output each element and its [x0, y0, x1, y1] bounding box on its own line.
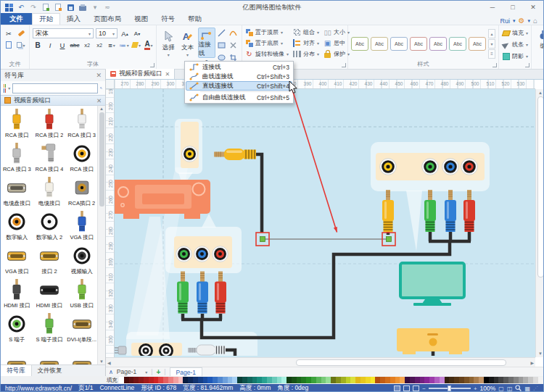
- palette-swatch[interactable]: [281, 377, 287, 383]
- italic-icon[interactable]: I: [45, 40, 55, 50]
- library-symbol[interactable]: RCA 接口: [65, 140, 98, 174]
- av-jack-blue[interactable]: [442, 159, 459, 175]
- send-to-back-button[interactable]: 置于底层▾: [245, 38, 289, 48]
- subscript-icon[interactable]: x2: [82, 40, 92, 50]
- component-jack-red[interactable]: [213, 246, 228, 262]
- palette-swatch[interactable]: [306, 377, 311, 383]
- library-symbol[interactable]: RCA 接口: [1, 106, 33, 140]
- more-icon[interactable]: ≂: [102, 3, 112, 12]
- palette-swatch[interactable]: [193, 377, 198, 383]
- library-category-icon[interactable]: [4, 84, 6, 93]
- palette-swatch[interactable]: [523, 377, 528, 383]
- delete-shape-icon[interactable]: [228, 40, 239, 50]
- palette-swatch[interactable]: [429, 377, 434, 383]
- vscroll-thumb[interactable]: [537, 96, 544, 278]
- style-scroll-down-icon[interactable]: ▾: [488, 39, 495, 49]
- rca-plug-blue-right[interactable]: [445, 190, 456, 232]
- underline-icon[interactable]: U: [57, 40, 67, 50]
- fill-button[interactable]: 填充▾: [502, 28, 528, 38]
- bullet-list-icon[interactable]: ≔▾: [119, 40, 129, 50]
- save-icon[interactable]: [65, 3, 75, 12]
- zoom-out-icon[interactable]: −: [422, 385, 426, 392]
- library-symbol[interactable]: [1, 344, 33, 364]
- palette-swatch[interactable]: [158, 377, 163, 383]
- av-jack-yellow[interactable]: [380, 159, 397, 175]
- style-card-4[interactable]: Abc: [410, 37, 427, 51]
- palette-swatch[interactable]: [449, 377, 454, 383]
- group-button[interactable]: 组合▾: [293, 28, 319, 37]
- fit-width-icon[interactable]: ◫: [507, 385, 513, 392]
- library-close-icon[interactable]: ✕: [96, 72, 102, 79]
- vscroll-down-icon[interactable]: ▼: [538, 351, 543, 356]
- style-dialog-launcher-icon[interactable]: [493, 63, 497, 67]
- palette-swatch[interactable]: [469, 377, 474, 383]
- menu-item-曲线连接线[interactable]: 曲线连接线Ctrl+Shift+3: [186, 72, 292, 81]
- palette-swatch[interactable]: [366, 377, 371, 383]
- shadow-button[interactable]: 阴影▾: [502, 51, 528, 61]
- palette-swatch[interactable]: [267, 377, 272, 383]
- library-symbol[interactable]: 电缆盘接口: [1, 174, 33, 208]
- export-file-icon[interactable]: [53, 3, 63, 12]
- palette-swatch[interactable]: [385, 377, 390, 383]
- add-page-button[interactable]: +: [157, 368, 161, 376]
- font-family-select[interactable]: 宋体▾: [33, 28, 94, 38]
- library-symbol[interactable]: HDMI 接口: [1, 276, 33, 310]
- ribbon-tab-插入[interactable]: 插入: [60, 13, 87, 25]
- palette-swatch[interactable]: [424, 377, 429, 383]
- hscroll-left-icon[interactable]: ◀: [107, 360, 111, 365]
- rotate-mirror-button[interactable]: ↻旋转和镜像▾: [245, 49, 289, 59]
- section-close-icon[interactable]: ✕: [96, 97, 102, 104]
- palette-swatch[interactable]: [144, 377, 149, 383]
- palette-swatch[interactable]: [440, 377, 445, 383]
- palette-swatch[interactable]: [154, 377, 159, 383]
- palette-swatch[interactable]: [390, 377, 395, 383]
- superscript-icon[interactable]: x2: [94, 40, 104, 50]
- connector-endpoint-left[interactable]: [260, 237, 265, 242]
- palette-swatch[interactable]: [503, 377, 508, 383]
- style-card-2[interactable]: Abc: [371, 37, 388, 51]
- size-button[interactable]: ▯▯大小▾: [323, 28, 350, 37]
- speaker-wire-plug[interactable]: [115, 346, 126, 354]
- palette-swatch[interactable]: [415, 377, 420, 383]
- style-card-6[interactable]: Abc: [449, 37, 466, 51]
- palette-swatch[interactable]: [464, 377, 469, 383]
- palette-swatch[interactable]: [533, 377, 538, 383]
- rca-plug-red-right[interactable]: [463, 190, 475, 232]
- account-caret-icon[interactable]: ▾: [513, 18, 516, 24]
- library-symbol[interactable]: RCA 接口 3: [1, 140, 33, 174]
- selected-connector[interactable]: [256, 233, 395, 246]
- hscroll-right-icon[interactable]: ▶: [530, 360, 534, 365]
- rca-plug-green-right[interactable]: [424, 190, 436, 232]
- library-symbol[interactable]: RCA插口 2: [65, 174, 98, 208]
- print-icon[interactable]: [78, 3, 88, 12]
- palette-swatch[interactable]: [149, 377, 154, 383]
- palette-swatch[interactable]: [252, 377, 257, 383]
- palette-swatch[interactable]: [538, 377, 543, 383]
- menu-item-直线连接线[interactable]: 直线连接线Ctrl+Shift+4: [186, 81, 292, 91]
- palette-swatch[interactable]: [301, 377, 306, 383]
- scroll-up-icon[interactable]: ▲: [99, 107, 104, 111]
- document-tab[interactable]: 视频和音频端口 ✕: [106, 69, 175, 79]
- palette-swatch[interactable]: [168, 377, 173, 383]
- arc-shape-icon[interactable]: [228, 28, 239, 38]
- palette-swatch[interactable]: [321, 377, 326, 383]
- palette-swatch[interactable]: [242, 377, 247, 383]
- zoom-level[interactable]: 100%: [480, 385, 496, 392]
- palette-swatch[interactable]: [375, 377, 380, 383]
- palette-swatch[interactable]: [257, 377, 262, 383]
- rectangle-shape-icon[interactable]: [217, 40, 227, 50]
- bring-to-front-button[interactable]: 置于顶层▾: [245, 28, 289, 37]
- import-file-icon[interactable]: [41, 3, 51, 12]
- horizontal-scrollbar[interactable]: ◀ ▶: [106, 357, 535, 367]
- vertical-scrollbar[interactable]: ▲ ▼: [535, 89, 544, 357]
- search-icon[interactable]: [100, 84, 102, 92]
- palette-swatch[interactable]: [163, 377, 168, 383]
- palette-swatch[interactable]: [405, 377, 410, 383]
- palette-swatch[interactable]: [514, 377, 519, 383]
- rca-plug-green-left[interactable]: [177, 272, 189, 314]
- palette-swatch[interactable]: [508, 377, 514, 383]
- edrawsoft-link[interactable]: http://www.edrawsoft.cn/: [5, 385, 72, 392]
- palette-swatch[interactable]: [459, 377, 464, 383]
- style-card-1[interactable]: Abc: [351, 37, 368, 51]
- ribbon-tab-符号[interactable]: 符号: [154, 13, 181, 25]
